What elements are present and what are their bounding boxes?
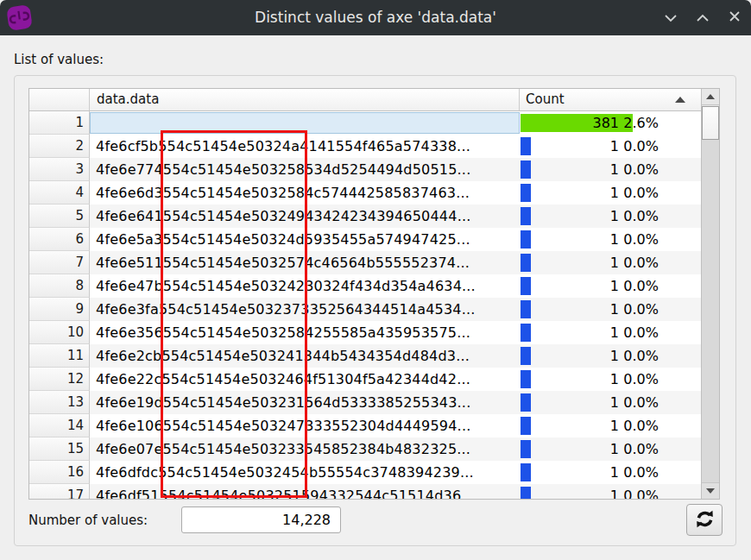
corner-header-cell[interactable]: [29, 89, 90, 110]
vertical-scrollbar[interactable]: [701, 89, 719, 499]
row-header[interactable]: 17: [29, 484, 90, 500]
count-cell[interactable]: 10.0%: [520, 391, 701, 414]
table-row[interactable]: 84fe6e47b554c51454e50324230324f434d354a4…: [29, 274, 719, 298]
count-cell[interactable]: 10.0%: [520, 298, 701, 321]
count-cell[interactable]: 10.0%: [520, 414, 701, 437]
count-cell[interactable]: 10.0%: [520, 274, 701, 298]
table-body: 13812.6%24fe6cf5b554c51454e50324a4141554…: [29, 111, 719, 499]
row-header[interactable]: 8: [29, 274, 90, 298]
count-percentage: 0.0%: [623, 484, 659, 500]
count-cell[interactable]: 10.0%: [520, 158, 701, 181]
count-bar-blue: [521, 347, 531, 365]
maximize-button[interactable]: [693, 9, 712, 28]
count-percentage: 0.0%: [623, 251, 659, 274]
list-of-values-label: List of values:: [14, 52, 104, 67]
row-header[interactable]: 1: [29, 111, 90, 135]
row-header[interactable]: 10: [29, 321, 90, 344]
table-row[interactable]: 13812.6%: [29, 111, 719, 135]
count-cell[interactable]: 10.0%: [520, 461, 701, 484]
row-header[interactable]: 7: [29, 251, 90, 274]
table-row[interactable]: 144fe6e106554c51454e503247333552304d4449…: [29, 414, 719, 437]
row-header[interactable]: 6: [29, 228, 90, 251]
table-row[interactable]: 104fe6e356554c51454e5032584255585a435953…: [29, 321, 719, 344]
count-cell[interactable]: 10.0%: [520, 135, 701, 158]
table-row[interactable]: 44fe6e6d3554c51454e5032584c5744425858374…: [29, 181, 719, 204]
count-value: 1: [610, 368, 619, 391]
count-cell[interactable]: 10.0%: [520, 251, 701, 274]
count-cell[interactable]: 10.0%: [520, 344, 701, 368]
count-cell[interactable]: 10.0%: [520, 368, 701, 391]
row-header[interactable]: 11: [29, 344, 90, 368]
row-header[interactable]: 15: [29, 437, 90, 461]
row-header[interactable]: 12: [29, 368, 90, 391]
count-value: 1: [610, 251, 619, 274]
table-row[interactable]: 134fe6e19d554c51454e503231564d5333385255…: [29, 391, 719, 414]
table-row[interactable]: 54fe6e641554c51454e503249434242343946504…: [29, 204, 719, 228]
count-percentage: 0.0%: [623, 274, 659, 298]
count-value: 1: [610, 181, 619, 204]
count-percentage: 0.0%: [623, 204, 659, 228]
annotation-rectangle: [161, 130, 307, 498]
count-percentage: 0.0%: [623, 135, 659, 158]
close-icon: [729, 9, 741, 26]
scroll-up-button[interactable]: [702, 89, 719, 105]
row-header[interactable]: 3: [29, 158, 90, 181]
table-row[interactable]: 124fe6e22c554c51454e5032464f51304f5a4234…: [29, 368, 719, 391]
minimize-button[interactable]: [661, 9, 680, 28]
count-bar-blue: [521, 440, 531, 458]
table-row[interactable]: 164fe6dfdc554c51454e5032454b55554c374839…: [29, 461, 719, 484]
row-header[interactable]: 14: [29, 414, 90, 437]
row-header[interactable]: 4: [29, 181, 90, 204]
close-button[interactable]: [725, 9, 744, 28]
row-header[interactable]: 9: [29, 298, 90, 321]
count-bar-blue: [521, 160, 531, 179]
count-bar-blue: [521, 463, 531, 481]
table-row[interactable]: 34fe6e774554c51454e503258534d5254494d505…: [29, 158, 719, 181]
count-cell[interactable]: 3812.6%: [520, 111, 701, 135]
table-row[interactable]: 74fe6e511554c51454e5032574c46564b5555523…: [29, 251, 719, 274]
window-title: Distinct values of axe 'data.data': [0, 0, 751, 35]
count-cell[interactable]: 10.0%: [520, 437, 701, 461]
row-header[interactable]: 2: [29, 135, 90, 158]
count-cell[interactable]: 10.0%: [520, 321, 701, 344]
table-row[interactable]: 174fe6df51554c51454e503251594332544c5151…: [29, 484, 719, 500]
table-row[interactable]: 94fe6e3fa554c51454e5032373352564344514a4…: [29, 298, 719, 321]
row-header[interactable]: 13: [29, 391, 90, 414]
refresh-button[interactable]: [686, 504, 723, 536]
count-bar-blue: [521, 184, 531, 202]
count-value: 381: [592, 111, 619, 135]
number-of-values-field[interactable]: [181, 507, 341, 533]
number-of-values-label: Number of values:: [28, 513, 148, 528]
titlebar[interactable]: Distinct values of axe 'data.data': [0, 0, 751, 35]
count-value: 1: [610, 228, 619, 251]
scrollbar-track[interactable]: [702, 140, 719, 482]
count-cell[interactable]: 10.0%: [520, 484, 701, 500]
count-bar-blue: [521, 207, 531, 225]
triangle-down-icon: [706, 488, 715, 494]
count-header-label: Count: [526, 91, 565, 107]
table-row[interactable]: 114fe6e2cb554c51454e503241344b5434354d48…: [29, 344, 719, 368]
row-header[interactable]: 16: [29, 461, 90, 484]
row-header[interactable]: 5: [29, 204, 90, 228]
chevron-down-icon: [664, 9, 678, 26]
count-value: 1: [610, 391, 619, 414]
count-bar-blue: [521, 137, 531, 155]
refresh-icon: [694, 508, 716, 532]
table-row[interactable]: 64fe6e5a3554c51454e50324d5935455a5749474…: [29, 228, 719, 251]
column-header-data[interactable]: data.data: [90, 89, 520, 110]
table-row[interactable]: 154fe6e07e554c51454e503233545852384b4832…: [29, 437, 719, 461]
sort-ascending-icon: [675, 97, 685, 103]
count-cell[interactable]: 10.0%: [520, 204, 701, 228]
column-header-count[interactable]: Count: [520, 89, 701, 110]
scrollbar-thumb[interactable]: [702, 106, 719, 140]
count-cell[interactable]: 10.0%: [520, 181, 701, 204]
count-percentage: 0.0%: [623, 368, 659, 391]
count-value: 1: [610, 437, 619, 461]
count-value: 1: [610, 204, 619, 228]
count-cell[interactable]: 10.0%: [520, 228, 701, 251]
count-value: 1: [610, 274, 619, 298]
table-row[interactable]: 24fe6cf5b554c51454e50324a4141554f465a574…: [29, 135, 719, 158]
count-value: 1: [610, 461, 619, 484]
count-percentage: 0.0%: [623, 414, 659, 437]
scroll-down-button[interactable]: [702, 482, 719, 499]
